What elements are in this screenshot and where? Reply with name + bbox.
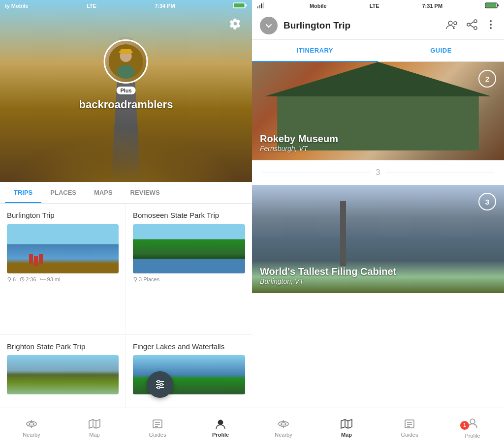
trip-top-bar: Burlington Trip (252, 12, 504, 40)
itinerary-list[interactable]: 2 Rokeby Museum Ferrisburgh, VT 3 3 (252, 62, 504, 408)
chevron-down-button[interactable] (260, 17, 278, 34)
share-icon[interactable] (467, 19, 477, 32)
right-tabs: ITINERARY GUIDE (252, 40, 504, 62)
username: backroadramblers (79, 98, 173, 111)
network-left: LTE (87, 3, 96, 9)
nav-profile-right[interactable]: 1 Profile (441, 413, 504, 443)
svg-point-25 (29, 422, 34, 425)
bottom-nav-right: Nearby Map Guides (252, 408, 504, 447)
svg-point-5 (117, 65, 135, 79)
divider-3: 3 (252, 160, 504, 185)
nav-guides-left[interactable]: Guides (126, 414, 189, 442)
battery-right (485, 2, 499, 10)
tab-maps[interactable]: MAPS (85, 182, 122, 203)
nav-label-nearby-right: Nearby (275, 432, 292, 438)
svg-point-53 (281, 422, 286, 425)
tab-places[interactable]: PLACES (41, 182, 85, 203)
svg-line-48 (470, 25, 474, 28)
place-location: Ferrisburgh, VT (260, 145, 338, 152)
svg-point-16 (134, 277, 137, 280)
svg-point-51 (490, 27, 492, 29)
signal-right (257, 2, 267, 9)
trip-title: Bomoseen State Park Trip (133, 210, 245, 220)
trip-item-bomoseen[interactable]: Bomoseen State Park Trip 3 Places (126, 204, 252, 335)
nav-guides-right[interactable]: Guides (378, 414, 441, 442)
filter-fab-button[interactable] (147, 371, 173, 398)
right-panel: Mobile LTE 7:31 PM Burlington Trip (252, 0, 504, 447)
trip-header-title: Burlington Trip (284, 20, 440, 31)
place-info: Rokeby Museum Ferrisburgh, VT (260, 133, 338, 152)
more-options-icon[interactable] (485, 19, 496, 32)
settings-button[interactable] (226, 15, 244, 32)
trip-thumbnail-bomoseen (133, 224, 245, 273)
svg-rect-35 (257, 6, 258, 8)
place-image-rokeby: 2 Rokeby Museum Ferrisburgh, VT (252, 62, 504, 160)
nav-nearby-right[interactable]: Nearby (252, 414, 315, 442)
svg-rect-1 (245, 4, 247, 6)
tab-trips[interactable]: TRIPS (5, 182, 41, 203)
status-bar-right: Mobile LTE 7:31 PM (252, 0, 504, 12)
nav-label-profile-right: Profile (465, 433, 480, 439)
place-name: Rokeby Museum (260, 133, 338, 145)
place-card-rokeby[interactable]: 2 Rokeby Museum Ferrisburgh, VT (252, 62, 504, 160)
nav-label-guides-right: Guides (401, 432, 418, 438)
place-card-filing-cabinet[interactable]: 3 World's Tallest Filing Cabinet Burling… (252, 185, 504, 293)
trip-title: Burlington Trip (7, 210, 119, 220)
time-right: 7:31 PM (422, 3, 442, 9)
place-image-filing-cabinet: 3 World's Tallest Filing Cabinet Burling… (252, 185, 504, 293)
trip-meta: 6 2:36 93 mi (7, 276, 119, 282)
svg-line-47 (470, 22, 474, 24)
place-location: Burlington, VT (260, 277, 396, 285)
svg-point-34 (218, 420, 223, 425)
profile-header: ty Mobile LTE 7:34 PM (0, 0, 252, 182)
time-left: 7:34 PM (155, 3, 175, 9)
trip-thumbnail-burlington (7, 224, 119, 273)
carrier-left: ty Mobile (5, 3, 29, 9)
trip-places: 3 Places (133, 276, 159, 282)
svg-point-44 (474, 20, 477, 23)
notification-badge: 1 (460, 421, 469, 430)
left-panel: ty Mobile LTE 7:34 PM (0, 0, 252, 447)
svg-point-49 (490, 20, 492, 22)
svg-rect-40 (497, 4, 499, 6)
profile-tabs: TRIPS PLACES MAPS REVIEWS (0, 182, 252, 204)
avatar[interactable] (104, 39, 148, 84)
trip-meta: 3 Places (133, 276, 245, 282)
nav-profile-left[interactable]: Profile (189, 414, 252, 442)
plus-badge: Plus (116, 87, 135, 94)
trip-item-burlington[interactable]: Burlington Trip 6 2:36 93 mi (0, 204, 126, 335)
people-icon[interactable] (446, 19, 459, 32)
tab-guide[interactable]: GUIDE (378, 40, 504, 61)
trip-thumbnail-brighton (7, 355, 119, 394)
svg-rect-7 (121, 49, 131, 54)
svg-point-23 (158, 387, 160, 389)
svg-point-21 (158, 381, 160, 383)
svg-point-42 (448, 21, 452, 25)
trip-title: Finger Lakes and Waterfalls (133, 342, 245, 352)
svg-point-43 (454, 22, 457, 25)
nav-label-map: Map (89, 432, 99, 438)
place-info: World's Tallest Filing Cabinet Burlingto… (260, 266, 396, 285)
battery-left (233, 2, 247, 10)
svg-rect-36 (259, 5, 260, 8)
place-number-badge: 2 (478, 70, 496, 88)
trip-duration: 2:36 (20, 276, 36, 282)
profile-icon-wrap: 1 (466, 417, 479, 431)
bottom-nav-left: Nearby Map Guides Profile (0, 408, 252, 447)
svg-rect-2 (234, 3, 244, 7)
svg-point-22 (160, 384, 163, 386)
tab-itinerary[interactable]: ITINERARY (252, 40, 378, 61)
svg-point-24 (27, 421, 36, 426)
svg-rect-37 (261, 3, 262, 8)
tab-reviews[interactable]: REVIEWS (122, 182, 169, 203)
nav-map-left[interactable]: Map (63, 414, 126, 442)
nav-label-guides: Guides (149, 432, 166, 438)
nav-nearby-left[interactable]: Nearby (0, 414, 63, 442)
svg-rect-41 (486, 3, 496, 7)
status-bar-left: ty Mobile LTE 7:34 PM (0, 0, 252, 12)
svg-point-52 (279, 421, 288, 426)
nav-map-right[interactable]: Map (315, 414, 378, 442)
carrier-right: Mobile (310, 3, 327, 9)
header-icons (446, 19, 496, 32)
avatar-container: Plus backroadramblers (79, 39, 173, 111)
